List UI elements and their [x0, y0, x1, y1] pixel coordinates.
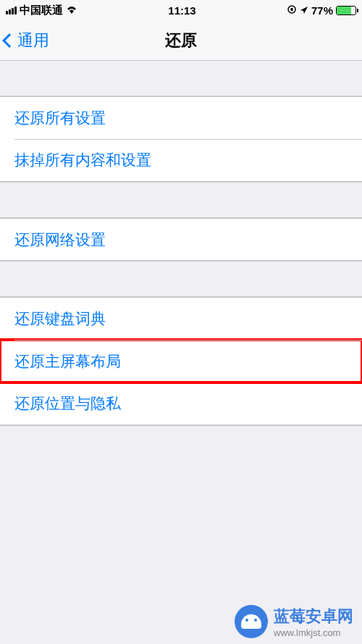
battery-icon: [336, 6, 356, 15]
location-icon: [300, 4, 308, 17]
signal-icon: [6, 7, 17, 14]
row-label: 还原键盘词典: [14, 309, 106, 329]
status-time: 11:13: [168, 4, 195, 17]
back-label: 通用: [17, 30, 49, 51]
back-button[interactable]: 通用: [0, 30, 49, 51]
nav-bar: 通用 还原: [0, 20, 362, 61]
orientation-lock-icon: [287, 4, 297, 17]
wifi-icon: [66, 4, 77, 16]
status-right: 77%: [287, 4, 356, 17]
row-label: 还原网络设置: [14, 230, 106, 250]
reset-keyboard-row[interactable]: 还原键盘词典: [0, 297, 362, 340]
row-label: 还原所有设置: [14, 108, 106, 128]
reset-all-settings-row[interactable]: 还原所有设置: [0, 96, 362, 139]
watermark: 蓝莓安卓网 www.lmkjst.com: [235, 605, 353, 638]
watermark-url: www.lmkjst.com: [274, 627, 353, 638]
carrier-label: 中国联通: [20, 4, 63, 17]
reset-home-layout-row[interactable]: 还原主屏幕布局: [0, 340, 362, 382]
row-label: 还原位置与隐私: [14, 393, 121, 414]
page-title: 还原: [165, 30, 197, 51]
row-label: 抹掉所有内容和设置: [14, 150, 151, 170]
battery-percent: 77%: [311, 4, 333, 17]
reset-location-privacy-row[interactable]: 还原位置与隐私: [0, 382, 362, 425]
watermark-title: 蓝莓安卓网: [274, 606, 353, 627]
row-label: 还原主屏幕布局: [14, 351, 121, 372]
watermark-logo-icon: [235, 605, 268, 638]
svg-rect-1: [290, 8, 292, 11]
reset-network-row[interactable]: 还原网络设置: [0, 218, 362, 261]
status-bar: 中国联通 11:13 77%: [0, 0, 362, 20]
status-left: 中国联通: [6, 4, 77, 17]
erase-all-row[interactable]: 抹掉所有内容和设置: [0, 139, 362, 182]
chevron-left-icon: [2, 33, 17, 48]
